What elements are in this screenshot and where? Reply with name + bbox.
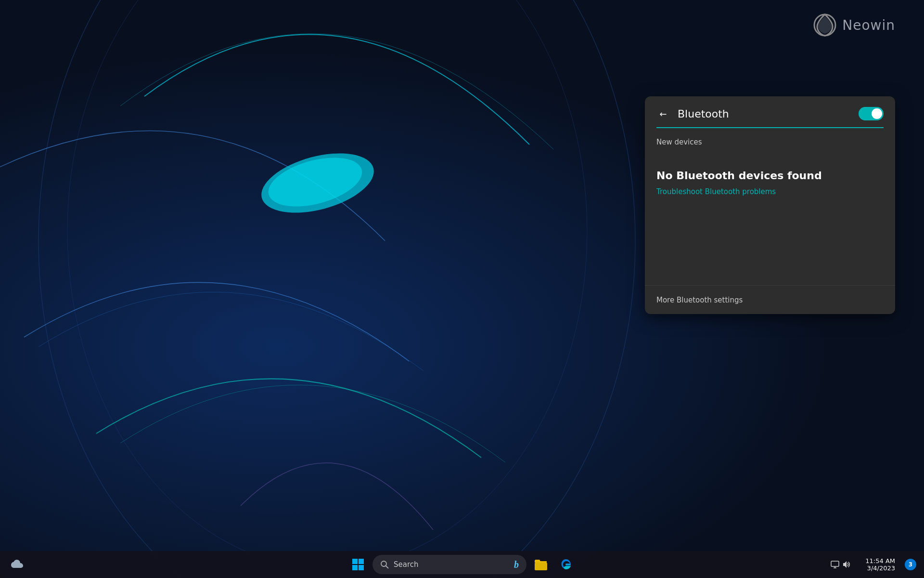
more-settings-link[interactable]: More Bluetooth settings bbox=[656, 296, 743, 304]
cloud-taskbar-icon[interactable] bbox=[8, 555, 27, 574]
display-icon bbox=[831, 561, 839, 568]
taskbar-left bbox=[8, 555, 27, 574]
taskbar-app-file-explorer[interactable] bbox=[530, 554, 552, 575]
panel-body: No Bluetooth devices found Troubleshoot … bbox=[645, 150, 895, 285]
taskbar: Search b bbox=[0, 551, 924, 578]
svg-rect-5 bbox=[352, 559, 358, 564]
notification-badge[interactable]: 3 bbox=[905, 559, 916, 570]
svg-rect-12 bbox=[831, 561, 839, 566]
panel-header: ← Bluetooth bbox=[645, 96, 895, 120]
svg-rect-8 bbox=[359, 565, 364, 570]
taskbar-right: 11:54 AM 3/4/2023 3 bbox=[827, 555, 916, 574]
svg-rect-11 bbox=[535, 563, 547, 570]
svg-point-1 bbox=[67, 0, 587, 568]
clock-date: 3/4/2023 bbox=[867, 565, 895, 572]
no-devices-title: No Bluetooth devices found bbox=[656, 170, 822, 182]
search-text: Search bbox=[394, 560, 509, 569]
new-devices-label: New devices bbox=[645, 128, 895, 150]
file-explorer-icon bbox=[534, 558, 548, 571]
neowin-text: Neowin bbox=[842, 17, 895, 33]
tray-icons[interactable] bbox=[827, 558, 855, 571]
back-button[interactable]: ← bbox=[656, 107, 670, 120]
svg-rect-6 bbox=[359, 559, 364, 564]
panel-title: Bluetooth bbox=[678, 108, 851, 120]
search-bar[interactable]: Search b bbox=[372, 555, 526, 574]
troubleshoot-link[interactable]: Troubleshoot Bluetooth problems bbox=[656, 187, 776, 196]
neowin-icon bbox=[813, 13, 836, 37]
toggle-knob bbox=[872, 108, 882, 119]
panel-footer: More Bluetooth settings bbox=[645, 285, 895, 314]
taskbar-app-edge[interactable] bbox=[555, 554, 577, 575]
start-button[interactable] bbox=[347, 554, 369, 575]
cloud-svg bbox=[11, 559, 24, 570]
search-icon bbox=[380, 560, 389, 569]
bluetooth-panel: ← Bluetooth New devices No Bluetooth dev… bbox=[645, 96, 895, 314]
desktop: Neowin ← Bluetooth New devices No Blueto… bbox=[0, 0, 924, 578]
clock-area[interactable]: 11:54 AM 3/4/2023 bbox=[860, 555, 899, 574]
windows-logo-svg bbox=[352, 558, 364, 571]
svg-line-10 bbox=[386, 566, 388, 568]
bluetooth-toggle[interactable] bbox=[859, 107, 884, 120]
svg-rect-7 bbox=[352, 565, 358, 570]
volume-icon bbox=[842, 561, 851, 568]
bing-icon: b bbox=[514, 559, 519, 570]
taskbar-center: Search b bbox=[347, 554, 577, 575]
svg-point-0 bbox=[38, 0, 635, 578]
svg-marker-15 bbox=[843, 561, 847, 568]
edge-icon bbox=[560, 558, 572, 571]
neowin-logo: Neowin bbox=[813, 13, 895, 37]
clock-time: 11:54 AM bbox=[865, 557, 895, 565]
